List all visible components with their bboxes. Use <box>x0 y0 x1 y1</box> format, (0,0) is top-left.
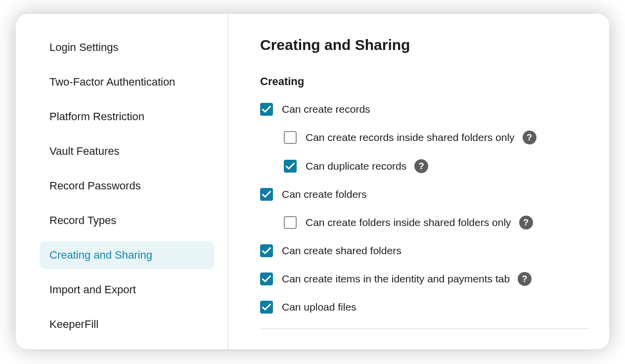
option-label: Can upload files <box>282 301 357 313</box>
sidebar-item-label: Creating and Sharing <box>49 249 152 262</box>
sidebar: Login SettingsTwo-Factor AuthenticationP… <box>16 14 228 349</box>
sidebar-item-keeperfill[interactable]: KeeperFill <box>40 311 214 338</box>
sidebar-item-label: Record Types <box>49 214 116 227</box>
option-can-create-records-inside-shared-folders-only: Can create records inside shared folders… <box>284 131 589 144</box>
checkbox-can-create-items-in-the-identity-and-payments-tab[interactable] <box>260 273 273 285</box>
option-label: Can create records <box>282 103 370 115</box>
sidebar-item-login-settings[interactable]: Login Settings <box>40 34 214 61</box>
option-can-create-items-in-the-identity-and-payments-tab: Can create items in the identity and pay… <box>260 272 589 286</box>
main-panel: Creating and Sharing Creating Can create… <box>228 14 609 349</box>
sidebar-item-label: Import and Export <box>49 283 136 296</box>
sidebar-item-two-factor-authentication[interactable]: Two-Factor Authentication <box>40 68 214 96</box>
checkbox-can-upload-files[interactable] <box>260 301 273 314</box>
checkbox-can-create-folders-inside-shared-folders-only[interactable] <box>284 216 297 229</box>
checkbox-can-create-records-inside-shared-folders-only[interactable] <box>284 131 297 144</box>
sidebar-item-label: Vault Features <box>49 145 119 158</box>
sidebar-item-label: Two-Factor Authentication <box>49 76 175 89</box>
page-title: Creating and Sharing <box>260 37 589 53</box>
option-can-create-shared-folders: Can create shared folders <box>260 244 589 257</box>
sidebar-item-label: Login Settings <box>49 41 118 54</box>
sidebar-item-label: Platform Restriction <box>49 110 144 123</box>
section-divider <box>260 328 589 329</box>
option-can-upload-files: Can upload files <box>260 301 589 314</box>
sidebar-item-creating-and-sharing[interactable]: Creating and Sharing <box>40 241 214 269</box>
option-label: Can duplicate records <box>306 160 406 172</box>
settings-card: Login SettingsTwo-Factor AuthenticationP… <box>16 14 609 349</box>
option-label: Can create folders <box>282 188 367 200</box>
checkbox-can-duplicate-records[interactable] <box>284 160 297 173</box>
checkbox-can-create-records[interactable] <box>260 103 273 116</box>
option-label: Can create records inside shared folders… <box>306 132 515 143</box>
help-icon[interactable]: ? <box>523 131 536 144</box>
sidebar-item-label: KeeperFill <box>49 318 98 331</box>
option-can-create-folders-inside-shared-folders-only: Can create folders inside shared folders… <box>284 216 589 229</box>
option-label: Can create shared folders <box>282 245 402 257</box>
help-icon[interactable]: ? <box>519 216 533 229</box>
option-can-create-records: Can create records <box>260 103 589 116</box>
sidebar-item-label: Record Passwords <box>49 180 141 192</box>
sidebar-item-record-passwords[interactable]: Record Passwords <box>40 172 214 200</box>
sidebar-item-vault-features[interactable]: Vault Features <box>40 137 214 165</box>
checkbox-can-create-folders[interactable] <box>260 188 273 201</box>
option-label: Can create folders inside shared folders… <box>306 217 511 228</box>
options-list: Can create recordsCan create records ins… <box>260 103 589 314</box>
option-label: Can create items in the identity and pay… <box>282 273 510 285</box>
option-can-duplicate-records: Can duplicate records? <box>284 159 589 173</box>
option-can-create-folders: Can create folders <box>260 188 589 201</box>
group-title-creating: Creating <box>260 75 589 88</box>
sidebar-item-import-and-export[interactable]: Import and Export <box>40 276 214 304</box>
help-icon[interactable]: ? <box>414 159 428 173</box>
checkbox-can-create-shared-folders[interactable] <box>260 244 273 257</box>
sidebar-item-platform-restriction[interactable]: Platform Restriction <box>40 103 214 131</box>
help-icon[interactable]: ? <box>518 272 532 286</box>
sidebar-item-record-types[interactable]: Record Types <box>40 207 214 234</box>
